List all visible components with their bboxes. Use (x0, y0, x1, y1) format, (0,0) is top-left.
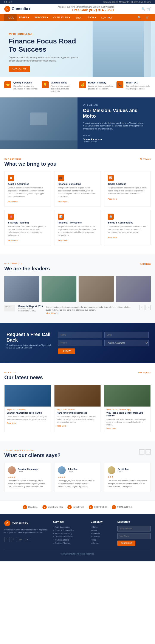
service-trades-readmore[interactable]: Read more (108, 198, 117, 200)
footer-twitter-icon[interactable]: t (11, 537, 16, 542)
trades-icon: 📈 (108, 175, 114, 181)
projects-view-all[interactable]: All projects (140, 263, 151, 265)
footer-company-about[interactable]: About (91, 529, 113, 531)
project-view-website[interactable]: View Website (46, 312, 58, 314)
testimonials-label: TESTIMONIALS & REVIEWS (4, 449, 61, 452)
footer-google-icon[interactable]: g+ (18, 537, 23, 542)
partner-meedvec: M MeedEvec Star (42, 505, 63, 509)
viralworld-icon: V (112, 505, 116, 509)
callback-title: Request a Free Call Back (7, 332, 52, 343)
feature-budget: 💰 Budget Friendly Lacinia vel accumsa sc… (79, 81, 113, 93)
nav-services[interactable]: SERVICES ▾ (32, 14, 51, 21)
partner-ulzadas: U Ulzadas... (23, 505, 38, 509)
blog-post-1-image (5, 385, 51, 406)
phone-number[interactable]: Free Call: (917) 914 - 3527 (58, 8, 114, 12)
blog-view-all[interactable]: View all posts (137, 372, 151, 374)
footer-subscribe-button[interactable]: SUBSCRIBE (117, 540, 135, 546)
footer-link-strategic[interactable]: Strategic Planning (53, 542, 87, 544)
feature-support-text: Suport 24/7 Etiam sollicitdin sagittis p… (125, 81, 151, 90)
hero-cta-button[interactable]: CONTACT US (9, 66, 30, 72)
callback-name-input[interactable] (58, 332, 102, 338)
blog-post-1-excerpt: Lorem dolor sit amet consectetur adipisc… (7, 415, 49, 421)
nav-search-icon[interactable]: 🔍 (136, 14, 143, 21)
callback-phone-input[interactable] (58, 340, 102, 346)
project-image-1[interactable] (4, 276, 39, 302)
footer-social[interactable]: f t g+ in (4, 537, 49, 542)
project-image-2[interactable] (42, 276, 77, 302)
blog-post-2-readmore[interactable]: Read More (57, 425, 99, 427)
testimonial-3-text: I am alone, and feel the charm of existe… (108, 480, 147, 488)
nav-cart-icon[interactable]: 🛒 (144, 14, 151, 21)
footer-link-audit[interactable]: Audit & Assurance (53, 526, 87, 528)
nav-pages[interactable]: PAGES ▾ (17, 14, 32, 21)
support-icon: 📞 (116, 81, 123, 88)
project-image-3[interactable] (79, 276, 114, 302)
service-consulting-title: Financial Consulting (58, 182, 97, 185)
author-role: Founder & CEO (83, 141, 150, 143)
testimonials-nav[interactable]: ‹ › (139, 449, 151, 454)
footer-link-trades[interactable]: Trades & Stocks (53, 539, 87, 541)
project-prev-button[interactable]: ‹ (139, 305, 144, 310)
blog-post-1-readmore[interactable]: Read More (7, 422, 49, 424)
ulzadas-icon: U (23, 505, 27, 509)
footer-company-heading: Company (91, 520, 113, 523)
footer-company-home[interactable]: Home (91, 526, 113, 528)
footer-link-projections[interactable]: Financial Projections (53, 536, 87, 538)
service-bonds-readmore[interactable]: Read more (108, 236, 117, 239)
shoppress-icon: S (89, 505, 93, 509)
project-next-button[interactable]: › (145, 305, 151, 310)
mission-signature: ~ ~ ~ James Patterson Founder & CEO (83, 134, 150, 143)
service-consulting-readmore[interactable]: Read more (58, 201, 68, 203)
header-actions[interactable]: 🔍 🛒 (142, 7, 151, 10)
linkedin-icon[interactable]: in (8, 1, 10, 3)
service-projections-desc: Risque accumsan ultrices accumsan auctor… (58, 225, 97, 237)
logo[interactable]: C Consultax (4, 6, 30, 12)
footer-link-consulting[interactable]: Financial Consulting (53, 532, 87, 534)
site-header: C Consultax Address: 129 King Street Mel… (0, 4, 155, 14)
nav-shop[interactable]: SHOP (73, 14, 85, 21)
nav-home[interactable]: HOME (4, 14, 17, 21)
callback-email-input[interactable] (104, 332, 148, 338)
project-navigation[interactable]: ‹ › (139, 305, 151, 310)
footer-link-bonds[interactable]: Bonds & Commodities (53, 529, 87, 531)
footer-subscribe-email[interactable] (117, 526, 151, 532)
callback-desc: Provide us some information and we'll ge… (7, 344, 52, 349)
service-strategic-readmore[interactable]: Read more (8, 240, 18, 242)
footer-subscribe-name[interactable] (117, 533, 151, 539)
cart-icon[interactable]: 🛒 (147, 7, 151, 10)
nav-contact[interactable]: CONTACT (99, 14, 115, 21)
callback-inner: Request a Free Call Back Provide us some… (7, 332, 148, 354)
footer-linkedin-icon[interactable]: in (25, 537, 30, 542)
callback-service-select[interactable]: Audit & Assurance (104, 340, 148, 346)
mission-photo (0, 98, 78, 140)
footer-company-features[interactable]: Features (91, 532, 113, 534)
service-audit-readmore[interactable]: Read more (8, 201, 18, 203)
budget-icon: 💰 (79, 81, 86, 88)
footer-company: Company Home About Features Services Blo… (91, 520, 113, 546)
callback-submit-button[interactable]: SUBMIT (58, 348, 75, 354)
twitter-icon[interactable]: t (4, 1, 5, 3)
footer-logo-text: Consultax (12, 522, 28, 525)
footer-company-contact[interactable]: Contact (91, 542, 113, 544)
services-view-all[interactable]: All services (140, 158, 151, 160)
testimonials-prev-button[interactable]: ‹ (139, 449, 144, 454)
service-projections-readmore[interactable]: Read more (58, 240, 68, 242)
project-image-4[interactable] (116, 276, 151, 302)
facebook-icon[interactable]: f (6, 1, 7, 3)
service-consulting: 💼 Financial Consulting Ante pharetre pos… (54, 171, 101, 207)
footer-company-services[interactable]: Services (91, 536, 113, 538)
services-title: What we bring to you (4, 161, 57, 167)
social-links[interactable]: t f in g (4, 1, 12, 3)
google-icon[interactable]: g (11, 1, 12, 3)
nav-blog[interactable]: BLOG ▾ (85, 14, 99, 21)
footer-company-blog[interactable]: Blog (91, 539, 113, 541)
testimonials-next-button[interactable]: › (145, 449, 151, 454)
blog-post-3-readmore[interactable]: Read More (106, 428, 148, 430)
testimonial-1-stars: ★★★★ (8, 476, 47, 478)
testimonial-3: Qaytib Anh Client ★★★ I am alone, and fe… (104, 463, 151, 492)
footer-logo: C Consultax (4, 520, 49, 526)
opening-hours: Opening Hours: Monday to Saturday, 9am t… (103, 1, 151, 3)
nav-casestudy[interactable]: CASE STUDY ▾ (51, 14, 73, 21)
search-icon[interactable]: 🔍 (142, 7, 145, 10)
footer-facebook-icon[interactable]: f (4, 537, 10, 542)
